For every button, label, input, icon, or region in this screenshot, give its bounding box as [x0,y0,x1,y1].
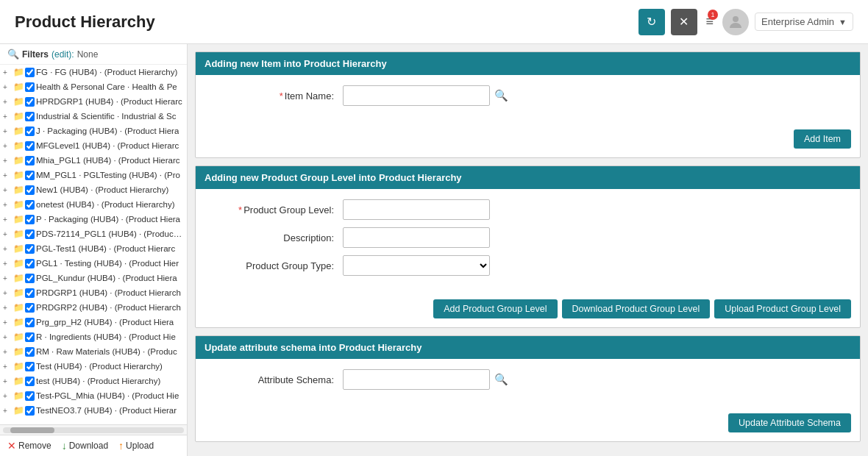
item-checkbox[interactable] [25,318,35,327]
list-item[interactable]: + 📁 PGL-Test1 (HUB4) · (Product Hierarc [0,241,187,256]
folder-icon: 📁 [13,346,24,357]
list-item[interactable]: + 📁 TestNEO3.7 (HUB4) · (Product Hierar [0,403,187,418]
item-checkbox[interactable] [25,112,35,121]
item-checkbox[interactable] [25,215,35,224]
expand-icon: + [3,392,12,400]
page-title: Product Hierarchy [15,13,638,32]
upload-button[interactable]: ↑ Upload [118,440,154,452]
item-checkbox[interactable] [25,156,35,165]
product-group-level-input[interactable] [343,199,490,220]
item-checkbox[interactable] [25,229,35,239]
horizontal-scrollbar[interactable] [0,424,187,435]
list-item[interactable]: + 📁 Test-PGL_Mhia (HUB4) · (Product Hie [0,388,187,403]
expand-icon: + [3,274,12,282]
item-checkbox[interactable] [25,332,35,342]
product-group-type-row: Product Group Type: [210,255,845,276]
item-checkbox[interactable] [25,259,35,268]
list-item[interactable]: + 📁 RM · Raw Materials (HUB4) · (Produc [0,344,187,359]
item-label: P · Packaging (HUB4) · (Product Hiera [36,215,180,224]
item-checkbox[interactable] [25,303,35,313]
item-checkbox[interactable] [25,347,35,357]
add-item-button[interactable]: Add Item [794,129,851,149]
list-item[interactable]: + 📁 Mhia_PGL1 (HUB4) · (Product Hierarc [0,153,187,168]
download-label: Download [69,441,108,451]
item-checkbox[interactable] [25,274,35,283]
product-group-type-select[interactable] [343,255,490,276]
update-attribute-schema-button[interactable]: Update Attribute Schema [728,413,851,432]
item-checkbox[interactable] [25,406,35,416]
list-item[interactable]: + 📁 test (HUB4) · (Product Hierarchy) [0,374,187,388]
list-item[interactable]: + 📁 MFGLevel1 (HUB4) · (Product Hierarc [0,138,187,153]
item-label: PDS-72114_PGL1 (HUB4) · (Product H [36,229,184,238]
download-button[interactable]: ↓ Download [62,440,108,452]
list-item[interactable]: + 📁 New1 (HUB4) · (Product Hierarchy) [0,182,187,197]
folder-icon: 📁 [13,243,24,254]
item-label: PGL1 · Testing (HUB4) · (Product Hier [36,259,179,268]
item-checkbox[interactable] [25,68,35,77]
item-label: PGL-Test1 (HUB4) · (Product Hierarc [36,244,175,253]
item-checkbox[interactable] [25,244,35,254]
item-label: FG · FG (HUB4) · (Product Hierarchy) [36,68,177,76]
sidebar-list: + 📁 FG · FG (HUB4) · (Product Hierarchy)… [0,65,187,424]
list-item[interactable]: + 📁 Industrial & Scientific · Industrial… [0,109,187,124]
download-product-group-level-button[interactable]: Download Product Group Level [562,299,711,318]
item-label: PRDGRP2 (HUB4) · (Product Hierarch [36,303,181,312]
item-label: MFGLevel1 (HUB4) · (Product Hierarc [36,141,179,150]
item-checkbox[interactable] [25,200,35,210]
list-item[interactable]: + 📁 PRDGRP1 (HUB4) · (Product Hierarch [0,285,187,300]
item-checkbox[interactable] [25,141,35,151]
scroll-thumb[interactable] [10,427,54,433]
list-item[interactable]: + 📁 onetest (HUB4) · (Product Hierarchy) [0,197,187,212]
list-item[interactable]: + 📁 J · Packaging (HUB4) · (Product Hier… [0,124,187,138]
product-group-level-label: *Product Group Level: [210,204,343,215]
expand-icon: + [3,83,12,91]
item-checkbox[interactable] [25,171,35,180]
add-product-group-level-button[interactable]: Add Product Group Level [433,299,557,318]
refresh-button[interactable]: ↻ [638,9,665,35]
item-label: Health & Personal Care · Health & Pe [36,82,177,91]
item-name-search-button[interactable]: 🔍 [493,88,510,104]
list-item[interactable]: + 📁 PGL_Kundur (HUB4) · (Product Hiera [0,271,187,285]
list-item[interactable]: + 📁 PDS-72114_PGL1 (HUB4) · (Product H [0,227,187,241]
search-icon-2: 🔍 [494,373,508,385]
item-checkbox[interactable] [25,82,35,92]
list-item[interactable]: + 📁 R · Ingredients (HUB4) · (Product Hi… [0,329,187,344]
list-item[interactable]: + 📁 MM_PGL1 · PGLTesting (HUB4) · (Pro [0,168,187,182]
expand-icon: + [3,215,12,224]
attribute-schema-row: Attribute Schema: 🔍 [210,369,845,390]
item-checkbox[interactable] [25,391,35,401]
sidebar-filter-bar: 🔍 Filters (edit): None [0,44,187,65]
menu-button[interactable]: ≡ 1 [703,11,717,32]
close-button[interactable]: ✕ [671,9,697,35]
item-checkbox[interactable] [25,127,35,136]
expand-icon: + [3,68,12,76]
list-item[interactable]: + 📁 HPRDGRP1 (HUB4) · (Product Hierarc [0,94,187,109]
list-item[interactable]: + 📁 FG · FG (HUB4) · (Product Hierarchy) [0,65,187,79]
scroll-track[interactable] [3,427,184,433]
item-checkbox[interactable] [25,362,35,371]
filter-edit-link[interactable]: (edit): [51,49,74,60]
item-checkbox[interactable] [25,97,35,107]
item-checkbox[interactable] [25,288,35,298]
item-checkbox[interactable] [25,377,35,386]
upload-product-group-level-button[interactable]: Upload Product Group Level [714,299,851,318]
list-item[interactable]: + 📁 Prg_grp_H2 (HUB4) · (Product Hiera [0,315,187,329]
item-name-input[interactable] [343,85,490,106]
list-item[interactable]: + 📁 Health & Personal Care · Health & Pe [0,79,187,94]
item-checkbox[interactable] [25,185,35,195]
list-item[interactable]: + 📁 P · Packaging (HUB4) · (Product Hier… [0,212,187,227]
close-icon: ✕ [679,15,689,29]
attribute-schema-search-button[interactable]: 🔍 [493,371,510,388]
remove-button[interactable]: ✕ Remove [7,440,51,452]
header-actions: ↻ ✕ ≡ 1 Enterprise Admin ▼ [638,9,853,35]
description-input[interactable] [343,227,490,248]
filter-label: Filters [22,49,49,60]
list-item[interactable]: + 📁 PGL1 · Testing (HUB4) · (Product Hie… [0,256,187,271]
attribute-schema-input[interactable] [343,369,490,390]
list-item[interactable]: + 📁 PRDGRP2 (HUB4) · (Product Hierarch [0,300,187,315]
list-item[interactable]: + 📁 Test (HUB4) · (Product Hierarchy) [0,359,187,374]
folder-icon: 📁 [13,67,24,77]
expand-icon: + [3,171,12,179]
user-dropdown[interactable]: Enterprise Admin ▼ [755,13,853,31]
folder-icon: 📁 [13,199,24,210]
